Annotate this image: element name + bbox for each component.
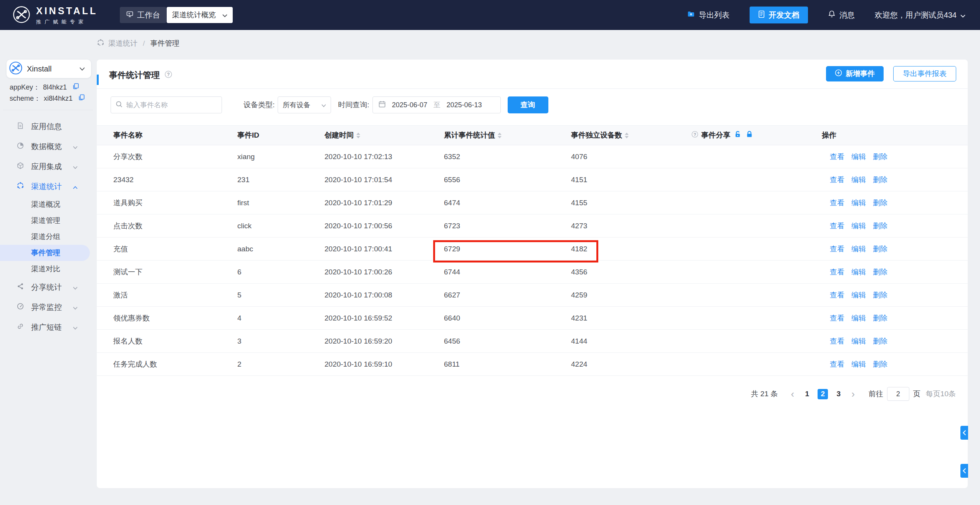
topbar-right: 导出列表 开发文档 消息 欢迎您，用户测试员434 <box>687 0 965 30</box>
delete-link[interactable]: 删除 <box>873 152 887 162</box>
sidebar-item-short-link[interactable]: 推广短链 <box>0 317 96 337</box>
help-icon[interactable]: ? <box>164 70 172 81</box>
unlock-icon[interactable] <box>735 131 741 140</box>
sidebar-subitem-event-manage[interactable]: 事件管理 <box>0 245 90 261</box>
sidebar-item-share-stats[interactable]: 分享统计 <box>0 277 96 297</box>
sidebar-subitem-channel-compare[interactable]: 渠道对比 <box>0 261 96 277</box>
delete-link[interactable]: 删除 <box>873 359 887 369</box>
table-row: 点击次数 click 2020-10-10 17:00:56 6723 4273… <box>97 214 968 238</box>
sidebar-subitem-channel-manage[interactable]: 渠道管理 <box>0 213 96 229</box>
sidebar-item-app-integration[interactable]: 应用集成 <box>0 156 96 176</box>
dev-docs-button[interactable]: 开发文档 <box>750 7 808 23</box>
goto-page-input[interactable] <box>887 387 909 401</box>
search-input[interactable] <box>126 101 211 109</box>
workbench-button[interactable]: 工作台 <box>120 7 166 23</box>
view-link[interactable]: 查看 <box>830 152 844 162</box>
view-link[interactable]: 查看 <box>830 359 844 369</box>
sidebar-subitem-channel-group[interactable]: 渠道分组 <box>0 229 96 245</box>
page-button-3[interactable]: 3 <box>833 389 844 399</box>
column-header-id: 事件ID <box>237 130 324 140</box>
view-link[interactable]: 查看 <box>830 313 844 323</box>
delete-link[interactable]: 删除 <box>873 221 887 231</box>
share-cell <box>691 314 822 322</box>
edit-link[interactable]: 编辑 <box>851 290 866 300</box>
user-menu[interactable]: 欢迎您，用户测试员434 <box>875 10 965 20</box>
page-button-1[interactable]: 1 <box>802 389 812 399</box>
view-link[interactable]: 查看 <box>830 175 844 185</box>
view-link[interactable]: 查看 <box>830 267 844 277</box>
sort-icon[interactable] <box>498 133 502 138</box>
view-link[interactable]: 查看 <box>830 290 844 300</box>
app-selector[interactable]: Xinstall <box>7 60 91 78</box>
messages-button[interactable]: 消息 <box>828 10 855 20</box>
edit-link[interactable]: 编辑 <box>851 221 866 231</box>
delete-link[interactable]: 删除 <box>873 313 887 323</box>
edit-link[interactable]: 编辑 <box>851 175 866 185</box>
brand-logo: XINSTALL 推广赋能专家 <box>12 5 98 25</box>
actions-cell: 查看 编辑 删除 <box>822 313 968 323</box>
breadcrumb-section[interactable]: 渠道统计 <box>108 38 137 48</box>
event-id-cell: aabc <box>237 245 324 253</box>
appkey-row: appKey： 8l4hkz1 <box>10 83 96 92</box>
date-range-picker[interactable]: 2025-06-07 至 2025-06-13 <box>372 96 501 113</box>
delete-link[interactable]: 删除 <box>873 244 887 254</box>
view-link[interactable]: 查看 <box>830 244 844 254</box>
lock-icon[interactable] <box>746 131 753 140</box>
sort-icon[interactable] <box>625 133 629 138</box>
overview-select[interactable]: 渠道统计概览 <box>167 7 233 23</box>
help-icon[interactable]: ? <box>691 131 699 140</box>
device-type-select[interactable]: 所有设备 <box>278 96 331 113</box>
sidebar-item-data-overview[interactable]: 数据概览 <box>0 136 96 156</box>
edit-link[interactable]: 编辑 <box>851 359 866 369</box>
sidebar-subitem-label: 渠道对比 <box>31 264 60 274</box>
total-value-cell: 6640 <box>444 314 571 322</box>
share-cell <box>691 199 822 207</box>
edit-link[interactable]: 编辑 <box>851 336 866 346</box>
delete-link[interactable]: 删除 <box>873 336 887 346</box>
view-link[interactable]: 查看 <box>830 198 844 208</box>
edit-link[interactable]: 编辑 <box>851 267 866 277</box>
view-link[interactable]: 查看 <box>830 221 844 231</box>
actions-cell: 查看 编辑 删除 <box>822 336 968 346</box>
page-title-row: 事件统计管理 ? <box>109 70 172 81</box>
header-buttons: 新增事件 导出事件报表 <box>826 66 956 81</box>
sidebar-item-app-info[interactable]: 应用信息 <box>0 116 96 136</box>
event-name-cell: 23432 <box>113 176 237 184</box>
export-report-button[interactable]: 导出事件报表 <box>893 66 956 81</box>
sidebar-subitem-channel-overview[interactable]: 渠道概况 <box>0 196 96 213</box>
sidebar-item-label: 应用集成 <box>31 161 73 172</box>
add-event-button[interactable]: 新增事件 <box>826 66 884 81</box>
card-header: 事件统计管理 ? 新增事件 导出事件报表 <box>97 60 968 89</box>
page-button-2-active[interactable]: 2 <box>818 389 828 399</box>
search-icon <box>116 101 123 110</box>
delete-link[interactable]: 删除 <box>873 290 887 300</box>
page-title: 事件统计管理 <box>109 70 160 81</box>
collapse-tab-top[interactable] <box>960 426 968 440</box>
copy-icon[interactable] <box>72 83 79 92</box>
sidebar-item-anomaly-monitor[interactable]: 异常监控 <box>0 297 96 317</box>
delete-link[interactable]: 删除 <box>873 198 887 208</box>
delete-link[interactable]: 删除 <box>873 267 887 277</box>
prev-page-button[interactable]: ‹ <box>789 389 797 399</box>
edit-link[interactable]: 编辑 <box>851 198 866 208</box>
delete-link[interactable]: 删除 <box>873 175 887 185</box>
view-link[interactable]: 查看 <box>830 336 844 346</box>
query-button[interactable]: 查询 <box>508 96 548 113</box>
edit-link[interactable]: 编辑 <box>851 313 866 323</box>
sidebar-item-channel-stats[interactable]: 渠道统计 <box>0 176 96 196</box>
search-box[interactable] <box>111 96 222 113</box>
share-cell <box>691 245 822 253</box>
next-page-button[interactable]: › <box>849 389 857 399</box>
sort-icon[interactable] <box>356 133 360 138</box>
copy-icon[interactable] <box>78 94 85 103</box>
total-value-cell: 6456 <box>444 337 571 346</box>
edit-link[interactable]: 编辑 <box>851 152 866 162</box>
link-icon <box>17 322 24 332</box>
edit-link[interactable]: 编辑 <box>851 244 866 254</box>
collapse-tab-bottom[interactable] <box>960 464 968 478</box>
device-count-cell: 4151 <box>571 176 691 184</box>
page-size-label: 每页10条 <box>926 389 956 399</box>
created-time-cell: 2020-10-10 17:00:41 <box>324 245 444 253</box>
export-list-button[interactable]: 导出列表 <box>687 10 730 20</box>
goto-unit: 页 <box>913 389 920 399</box>
